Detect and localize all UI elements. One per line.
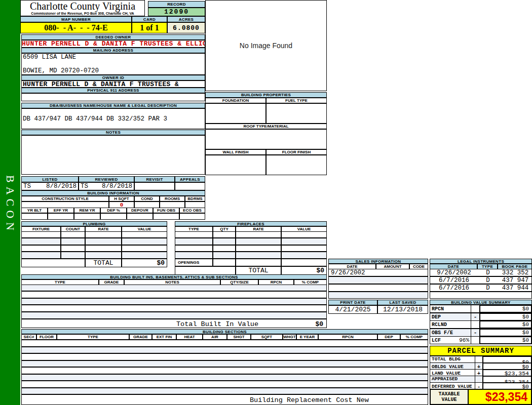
funobs-value[interactable] — [153, 213, 179, 220]
yrblt-value[interactable] — [21, 213, 48, 220]
wall-finish-label: WALL FINISH — [205, 149, 266, 155]
plumbing-total-value: $0 — [122, 259, 167, 267]
plumbing-row[interactable] — [21, 252, 167, 259]
listed-label: LISTED — [21, 176, 79, 182]
built-ins-row[interactable] — [21, 291, 327, 298]
built-ins-row[interactable] — [21, 285, 327, 291]
remyr-label: REM YR — [74, 208, 100, 213]
plumbing-title: PLUMBING — [21, 221, 167, 226]
fireplaces-total-row: TOTAL $0 — [175, 266, 327, 274]
built-ins-row[interactable] — [21, 305, 327, 312]
county-title: Charlotte County Virginia — [21, 1, 144, 12]
effyr-value[interactable] — [48, 213, 74, 220]
reviewed-value[interactable]: TS8/8/2018 — [79, 182, 134, 190]
fuel-type-label: FUEL TYPE — [266, 98, 327, 103]
plumbing-row[interactable] — [21, 245, 167, 252]
acres-value[interactable]: 6.0800 — [167, 22, 205, 33]
roof-type-value[interactable] — [205, 129, 327, 149]
fireplaces-row[interactable] — [175, 231, 327, 238]
sales-row[interactable] — [328, 292, 428, 299]
building-sections-row[interactable] — [21, 340, 428, 347]
openings-value[interactable] — [213, 259, 236, 266]
sales-row[interactable] — [328, 276, 428, 284]
last-saved-value[interactable]: 12/13/2018 — [377, 305, 428, 314]
revisit-value[interactable] — [134, 182, 175, 190]
vs-row-dep: DEP - $0 — [430, 313, 532, 320]
wall-finish-value[interactable] — [205, 155, 266, 175]
mailing-address-box[interactable]: 6509 LISA LANE BOWIE, MD 20720-0720 — [21, 53, 205, 75]
owner-id-value[interactable]: HUNTER PERNELL D & DANITA F TRUSTEES & — [21, 80, 205, 88]
header-title-box: Charlotte County Virginia Commissioner o… — [20, 0, 145, 16]
building-sections-row[interactable] — [21, 347, 428, 353]
plumbing-row[interactable] — [21, 238, 167, 245]
fireplaces-row[interactable] — [175, 245, 327, 252]
vs-row-lcf: LCF96% $0 — [430, 336, 532, 344]
listed-value[interactable]: TS8/8/2018 — [21, 182, 79, 190]
effyr-label: EFF YR — [48, 208, 74, 213]
sales-row[interactable] — [328, 284, 428, 292]
fireplaces-row[interactable] — [175, 252, 327, 259]
legal-description: DB 437/947 DB 437/944 DB 332/352 PAR 3 — [22, 115, 167, 123]
mailing-address-label: MAILING ADDRESS — [21, 48, 205, 53]
fireplaces-title: FIREPLACES — [175, 221, 327, 226]
appeals-value[interactable] — [175, 182, 205, 190]
revisit-label: REVISIT — [134, 176, 175, 182]
legal-row[interactable]: 6/7/2016D437 944 — [430, 284, 532, 292]
foundation-value[interactable] — [205, 103, 266, 124]
building-sections-row[interactable] — [21, 360, 428, 367]
ecoobs-value[interactable] — [179, 213, 205, 220]
dep-pct-value[interactable] — [100, 213, 127, 220]
building-info-header-row1: CONSTRUCTION STYLE H SQFT COND ROOMS BDR… — [21, 196, 205, 201]
notes-box[interactable] — [21, 135, 205, 175]
acres-label: ACRES — [167, 16, 205, 22]
physical-911-box[interactable] — [21, 93, 205, 101]
floor-finish-value[interactable] — [266, 155, 327, 175]
building-sections-header-row: SEC# FLOOR TYPE GRADE EXT FIN HEAT AIR S… — [21, 334, 428, 340]
record-value[interactable]: 12090 — [148, 8, 205, 16]
plumbing-total-row: TOTAL $0 — [21, 259, 167, 266]
parcel-summary-title: PARCEL SUMMARY — [430, 346, 532, 356]
building-info-value-row1: 0 — [21, 201, 205, 208]
plumbing-header-row: FIXTURE COUNT RATE VALUE — [21, 226, 167, 231]
bdrms-label: BDRMS — [185, 196, 205, 201]
yrblt-label: YR BLT — [21, 208, 48, 213]
dba-box[interactable]: DB 437/947 DB 437/944 DB 332/352 PAR 3 — [21, 108, 205, 129]
building-sections-row[interactable] — [21, 353, 428, 360]
built-ins-total-value: $0 — [315, 320, 323, 328]
map-number-value[interactable]: 080- - A- - - 74-E — [20, 22, 132, 33]
taxable-value-amount[interactable]: $23,354 — [469, 389, 532, 405]
deeded-owner-value[interactable]: HUNTER PERNELL D & DANITA F TRUSTEES & E… — [21, 40, 205, 48]
vs-row-rclnd: RCLND $0 — [430, 320, 532, 329]
building-sections-row[interactable] — [21, 388, 428, 394]
legal-row[interactable]: 9/26/2002D332 352 — [430, 269, 532, 276]
legal-title: LEGAL INSTRUMENTS — [430, 259, 532, 264]
fireplaces-total-value: $0 — [281, 266, 327, 275]
building-sections-row[interactable] — [21, 381, 428, 388]
fireplaces-total-label: TOTAL — [236, 266, 281, 275]
depovr-value[interactable] — [127, 213, 153, 220]
card-value[interactable]: 1 of 1 — [132, 22, 167, 33]
plumbing-row[interactable] — [21, 231, 167, 238]
physical-911-label: PHYSICAL 911 ADDRESS — [21, 88, 205, 93]
remyr-value[interactable] — [74, 213, 100, 220]
sales-row[interactable]: 9/26/2002 — [328, 269, 428, 276]
record-label: RECORD — [148, 1, 205, 8]
fireplaces-row[interactable] — [175, 238, 327, 245]
sales-title: SALES INFORMATION — [328, 259, 428, 264]
built-ins-row[interactable] — [21, 298, 327, 305]
building-sections-row[interactable] — [21, 374, 428, 381]
shgt-label: SHGT — [227, 334, 251, 340]
building-information-title: BUILDING INFORMATION — [21, 190, 205, 196]
fuel-type-value[interactable] — [266, 103, 327, 124]
foundation-label: FOUNDATION — [205, 98, 266, 103]
legal-row[interactable] — [430, 292, 532, 299]
ps-row-appraised: APPRAISED VALUE $23,354 — [430, 376, 532, 382]
building-info-value-row2 — [21, 213, 205, 220]
print-date-value[interactable]: 4/21/2025 — [328, 305, 377, 314]
ps-row-totalbldg: TOTAL BLDG VALUE $0 — [430, 356, 532, 362]
building-sections-row[interactable] — [21, 367, 428, 374]
floor-label: FLOOR — [36, 334, 57, 340]
review-value-row: TS8/8/2018 TS8/8/2018 — [21, 182, 205, 190]
built-ins-row[interactable] — [21, 312, 327, 319]
legal-row[interactable]: 6/7/2016D437 947 — [430, 276, 532, 284]
